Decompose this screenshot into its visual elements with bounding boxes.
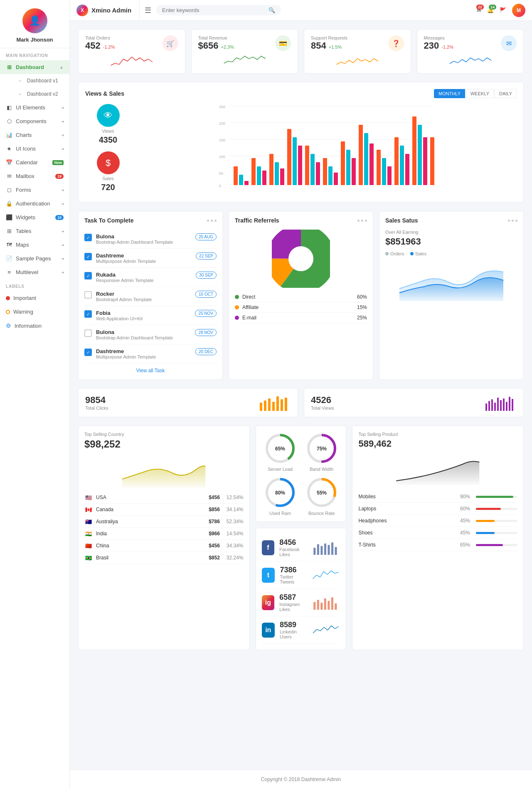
social-card: f 8456 Facebook Likes (256, 528, 347, 650)
sales-legend: Orders Sales (385, 251, 517, 256)
task-checkbox[interactable] (84, 329, 92, 337)
svg-text:150: 150 (219, 138, 225, 142)
task-checkbox[interactable]: ✓ (84, 349, 92, 356)
gauge-svg: 55% (305, 476, 338, 509)
more-options[interactable] (357, 220, 367, 222)
nav-label: MAIN NAVIGATION (0, 48, 69, 60)
auth-icon: 🔒 (6, 200, 12, 207)
sidebar-item-charts[interactable]: 📊 Charts ◂ (0, 128, 69, 142)
svg-rect-18 (275, 162, 279, 185)
legend-item: Direct 60% (235, 292, 367, 302)
sidebar-item-dashboard-v1[interactable]: Dashboard v1 (12, 74, 69, 87)
svg-rect-74 (503, 398, 505, 411)
svg-rect-64 (272, 402, 275, 411)
svg-text:200: 200 (219, 121, 225, 126)
task-item: Bulona Bootstrap Admin Dashboard Templat… (84, 325, 217, 344)
user-avatar[interactable]: M (512, 4, 525, 17)
search-input[interactable] (162, 7, 265, 13)
task-sub: Multipurpose Admin Template (96, 354, 191, 359)
social-val: 8456 (279, 538, 307, 547)
sidebar-item-multilevel[interactable]: ≡ Multilevel ◂ (0, 265, 69, 279)
product-name: Laptops (358, 506, 457, 512)
task-checkbox[interactable]: ✓ (84, 234, 92, 241)
task-checkbox[interactable]: ✓ (84, 272, 92, 279)
view-all-tasks[interactable]: View all Task (84, 368, 217, 373)
stat-change: +1.5% (329, 45, 342, 49)
social-val: 6587 (279, 593, 307, 602)
mail-notification[interactable]: ✉ 22 (477, 7, 481, 13)
country-val: $852 (209, 555, 220, 561)
task-info: Fobia Web Application UI+Kit (96, 310, 191, 321)
hamburger-button[interactable]: ☰ (145, 6, 151, 15)
sidebar-item-dashboard-v2[interactable]: Dashboard v2 (12, 87, 69, 101)
sidebar-item-widgets[interactable]: ⬛ Widgets 10 (0, 210, 69, 224)
country-val: $856 (209, 507, 220, 512)
monthly-tab[interactable]: MONTHLY (434, 89, 465, 98)
more-options[interactable] (207, 220, 217, 222)
svg-rect-30 (346, 150, 350, 185)
sidebar-item-warning[interactable]: Warning (0, 305, 69, 319)
social-lbl: Facebook Likes (279, 547, 307, 557)
sidebar-item-important[interactable]: Important (0, 291, 69, 305)
country-val: $456 (209, 543, 220, 549)
flag: 🇨🇦 (84, 507, 93, 512)
sidebar-item-mailbox[interactable]: ✉ Mailbox 19 (0, 169, 69, 183)
stat-card-support: Support Requests 854 +1.5% ❓ (304, 29, 411, 74)
svg-rect-41 (412, 116, 416, 185)
total-clicks-value: 9854 (85, 395, 108, 406)
dot (508, 220, 510, 222)
task-date: 22 SEP (196, 252, 217, 260)
metrics-panel: 👁 Views 4350 $ Sales 720 (85, 104, 131, 195)
task-name: Bulona (96, 233, 191, 240)
weekly-tab[interactable]: WEEKLY (466, 89, 494, 98)
icons-icon: ★ (6, 146, 12, 152)
info-icon: ⚙ (6, 322, 11, 329)
linkedin-icon: in (262, 623, 275, 638)
maps-icon: 🗺 (6, 242, 12, 248)
twitter-icon: t (262, 568, 275, 583)
bandwidth-gauge: 75% Band Width (303, 432, 340, 472)
sidebar-item-dashboard[interactable]: ⊞ Dashboard ▲ (0, 60, 69, 74)
task-checkbox[interactable]: ✓ (84, 253, 92, 260)
orders-label: Orders (390, 251, 404, 256)
svg-rect-42 (418, 125, 422, 185)
svg-text:250: 250 (219, 105, 225, 109)
daily-tab[interactable]: DAILY (495, 89, 517, 98)
country-pct: 14.54% (227, 531, 244, 537)
more-options[interactable] (508, 220, 517, 222)
sidebar-item-ui-elements[interactable]: ◧ UI Elements ◂ (0, 101, 69, 114)
svg-rect-20 (287, 129, 291, 185)
legend-left: Direct (235, 294, 255, 300)
svg-rect-37 (387, 166, 392, 185)
svg-rect-99 (321, 603, 323, 610)
sidebar-item-components[interactable]: ⬡ Components ◂ (0, 114, 69, 128)
stat-card-orders: Total Orders 452 -1.2% 🛒 (78, 29, 185, 74)
dot (357, 220, 360, 222)
task-checkbox[interactable]: ✓ (84, 310, 92, 318)
traffic-card: Traffic Referrels (229, 211, 373, 380)
task-name: Dashtreme (96, 252, 192, 259)
sidebar-item-authentication[interactable]: 🔒 Authentication ◂ (0, 197, 69, 210)
country-name: China (96, 543, 205, 549)
svg-text:75%: 75% (317, 446, 327, 452)
gauge-label: Server Load (268, 467, 293, 472)
sidebar-item-label: Authentication (16, 200, 50, 207)
bell-notification[interactable]: 🔔 14 (487, 7, 494, 13)
svg-rect-92 (320, 546, 323, 554)
traffic-legend: Direct 60% Affiliate 15% (235, 292, 367, 323)
sidebar-item-information[interactable]: ⚙ Information (0, 319, 69, 333)
sidebar-item-sample-pages[interactable]: 📄 Sample Pages ◂ (0, 252, 69, 265)
task-checkbox[interactable] (84, 291, 92, 299)
sidebar-item-calendar[interactable]: 📅 Calendar New (0, 156, 69, 169)
sidebar-item-label: UI Icons (16, 146, 36, 152)
svg-rect-40 (405, 154, 409, 185)
sidebar-item-maps[interactable]: 🗺 Maps ◂ (0, 238, 69, 252)
flag-notification[interactable]: 🚩 (500, 7, 506, 13)
sidebar-item-ui-icons[interactable]: ★ UI Icons ◂ (0, 142, 69, 156)
sidebar-item-forms[interactable]: ◻ Forms ◂ (0, 183, 69, 197)
instagram-icon: ig (262, 595, 275, 610)
center-col: 65% Server Load 75% (256, 425, 347, 650)
svg-rect-29 (341, 141, 345, 185)
sidebar-item-tables[interactable]: ⊞ Tables ◂ (0, 224, 69, 238)
country-name: USA (96, 495, 205, 500)
